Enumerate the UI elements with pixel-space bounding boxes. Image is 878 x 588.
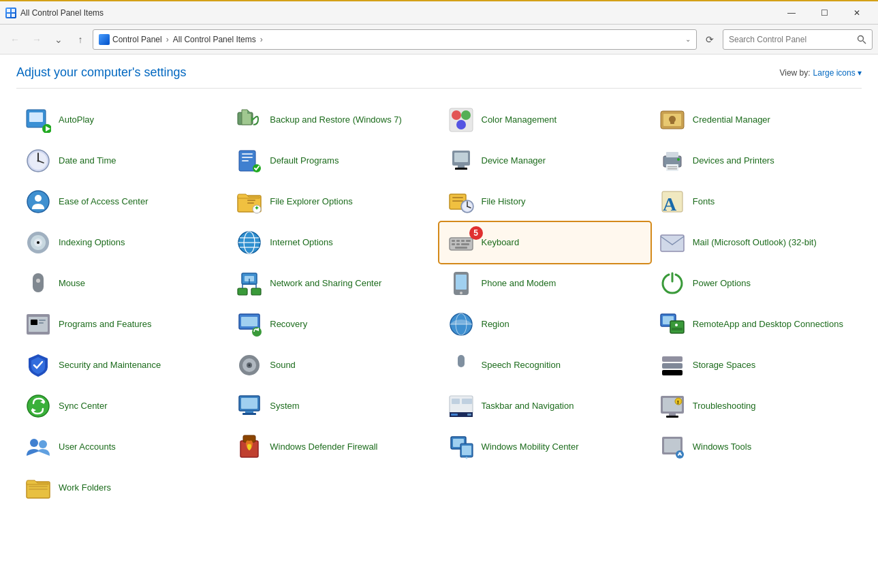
item-user-accounts[interactable]: User Accounts: [16, 427, 228, 467]
item-label-windows-mobility: Windows Mobility Center: [482, 442, 579, 453]
item-label-color-management: Color Management: [482, 114, 557, 126]
item-label-remoteapp: RemoteApp and Desktop Connections: [693, 319, 843, 330]
item-speech-recognition[interactable]: Speech Recognition: [439, 345, 650, 386]
breadcrumb-chevron-2: ›: [260, 35, 263, 44]
item-devices-printers[interactable]: Devices and Printers: [650, 140, 862, 181]
item-label-fonts: Fonts: [693, 196, 715, 208]
svg-rect-115: [662, 370, 683, 375]
phone-icon: [448, 270, 475, 297]
item-mouse[interactable]: Mouse: [16, 263, 228, 304]
svg-rect-69: [452, 243, 455, 245]
item-phone-modem[interactable]: Phone and Modem: [439, 263, 650, 304]
svg-rect-93: [39, 322, 44, 324]
minimize-button[interactable]: —: [776, 3, 807, 23]
address-bar[interactable]: Control Panel › All Control Panel Items …: [93, 29, 697, 50]
item-credential-manager[interactable]: Credential Manager: [650, 99, 862, 140]
item-label-power-options: Power Options: [693, 278, 751, 290]
svg-rect-43: [247, 200, 255, 201]
item-network-sharing[interactable]: Network and Sharing Center: [228, 263, 439, 304]
item-backup-restore[interactable]: Backup and Restore (Windows 7): [228, 99, 439, 140]
sync-icon: [25, 392, 52, 420]
item-region[interactable]: Region: [439, 304, 650, 345]
viewby-link[interactable]: Large icons ▾: [813, 68, 862, 78]
item-indexing[interactable]: Indexing Options: [16, 222, 228, 263]
svg-point-136: [39, 440, 47, 448]
item-recovery[interactable]: Recovery: [228, 304, 439, 345]
item-mail[interactable]: Mail (Microsoft Outlook) (32-bit): [650, 222, 862, 263]
sound-icon: [236, 352, 263, 379]
ease-icon: [25, 188, 52, 215]
item-windows-defender[interactable]: Windows Defender Firewall: [228, 427, 439, 467]
search-bar[interactable]: [723, 29, 873, 50]
close-button[interactable]: ✕: [841, 3, 873, 23]
item-troubleshooting[interactable]: !Troubleshooting: [650, 386, 862, 427]
item-label-default-programs: Default Programs: [270, 155, 339, 167]
item-label-ease-of-access: Ease of Access Center: [59, 196, 148, 208]
fonts-icon: A: [659, 188, 686, 215]
svg-rect-91: [31, 320, 37, 325]
svg-rect-72: [455, 247, 467, 249]
svg-rect-65: [452, 240, 455, 242]
svg-rect-66: [456, 240, 460, 242]
svg-point-23: [37, 160, 40, 162]
item-remoteapp[interactable]: RemoteApp and Desktop Connections: [650, 304, 862, 345]
dropdown-button[interactable]: ⌄: [49, 30, 68, 49]
maximize-button[interactable]: ☐: [809, 3, 840, 23]
svg-point-109: [249, 365, 251, 367]
item-default-programs[interactable]: Default Programs: [228, 140, 439, 181]
page-heading: Adjust your computer's settings: [16, 65, 187, 80]
svg-rect-123: [450, 396, 473, 414]
item-system[interactable]: System: [228, 386, 439, 427]
breadcrumb-chevron-1: ›: [166, 35, 169, 44]
svg-point-39: [677, 158, 680, 161]
item-storage-spaces[interactable]: Storage Spaces: [650, 345, 862, 386]
item-sound[interactable]: Sound: [228, 345, 439, 386]
item-label-device-manager: Device Manager: [482, 155, 546, 167]
item-work-folders[interactable]: Work Folders: [16, 467, 228, 508]
back-button[interactable]: ←: [5, 30, 25, 49]
forward-button[interactable]: →: [27, 30, 46, 49]
item-security-maintenance[interactable]: Security and Maintenance: [16, 345, 228, 386]
svg-point-96: [252, 327, 262, 337]
item-device-manager[interactable]: Device Manager: [439, 140, 650, 181]
recovery-icon: [236, 311, 263, 338]
item-date-time[interactable]: Date and Time: [16, 140, 228, 181]
item-label-recovery: Recovery: [270, 319, 307, 330]
item-internet-options[interactable]: Internet Options: [228, 222, 439, 263]
svg-rect-122: [242, 413, 256, 415]
item-file-explorer[interactable]: File Explorer Options: [228, 181, 439, 222]
item-windows-mobility[interactable]: Windows Mobility Center: [439, 427, 650, 467]
item-keyboard[interactable]: Keyboard5: [439, 222, 650, 263]
svg-rect-114: [662, 363, 683, 369]
speech-icon: [448, 352, 475, 379]
item-file-history[interactable]: File History: [439, 181, 650, 222]
refresh-button[interactable]: ⟳: [700, 29, 720, 50]
tools-icon: [659, 433, 686, 461]
item-windows-tools[interactable]: Windows Tools: [650, 427, 862, 467]
item-power-options[interactable]: Power Options: [650, 263, 862, 304]
item-label-mail: Mail (Microsoft Outlook) (32-bit): [693, 237, 817, 249]
main-content: Adjust your computer's settings View by:…: [0, 55, 878, 588]
svg-point-135: [30, 439, 38, 447]
svg-rect-105: [672, 328, 683, 330]
svg-rect-92: [39, 320, 46, 321]
up-button[interactable]: ↑: [71, 30, 90, 49]
svg-rect-35: [666, 152, 678, 157]
svg-rect-37: [668, 166, 677, 168]
search-icon[interactable]: [857, 35, 866, 44]
titlebar-left: All Control Panel Items: [5, 7, 104, 18]
item-label-user-accounts: User Accounts: [59, 442, 116, 453]
item-fonts[interactable]: AFonts: [650, 181, 862, 222]
svg-rect-30: [454, 153, 468, 162]
item-taskbar-nav[interactable]: Taskbar and Navigation: [439, 386, 650, 427]
search-input[interactable]: [729, 35, 854, 44]
item-autoplay[interactable]: AutoPlay: [16, 99, 228, 140]
item-programs-features[interactable]: Programs and Features: [16, 304, 228, 345]
svg-rect-113: [662, 356, 683, 362]
address-dropdown-button[interactable]: ⌄: [685, 35, 691, 43]
item-ease-of-access[interactable]: Ease of Access Center: [16, 181, 228, 222]
item-color-management[interactable]: Color Management: [439, 99, 650, 140]
item-label-storage-spaces: Storage Spaces: [693, 360, 756, 371]
item-sync-center[interactable]: Sync Center: [16, 386, 228, 427]
svg-rect-7: [29, 112, 43, 122]
